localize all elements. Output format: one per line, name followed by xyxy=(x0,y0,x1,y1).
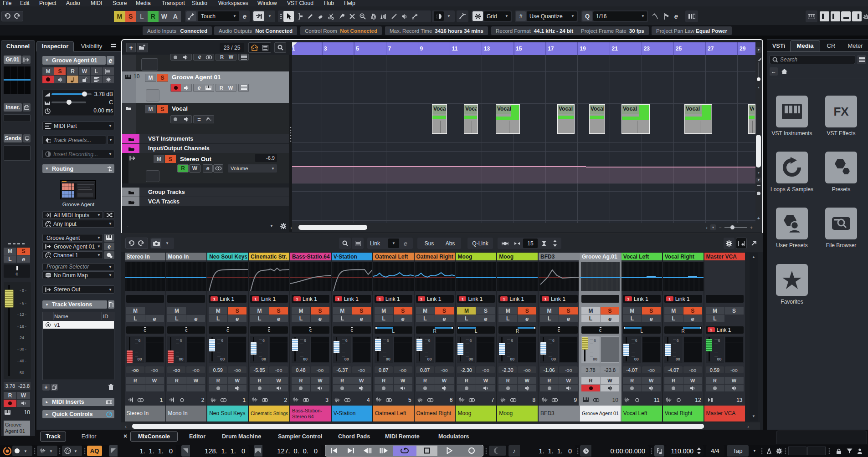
svg-text:FX: FX xyxy=(833,105,849,118)
